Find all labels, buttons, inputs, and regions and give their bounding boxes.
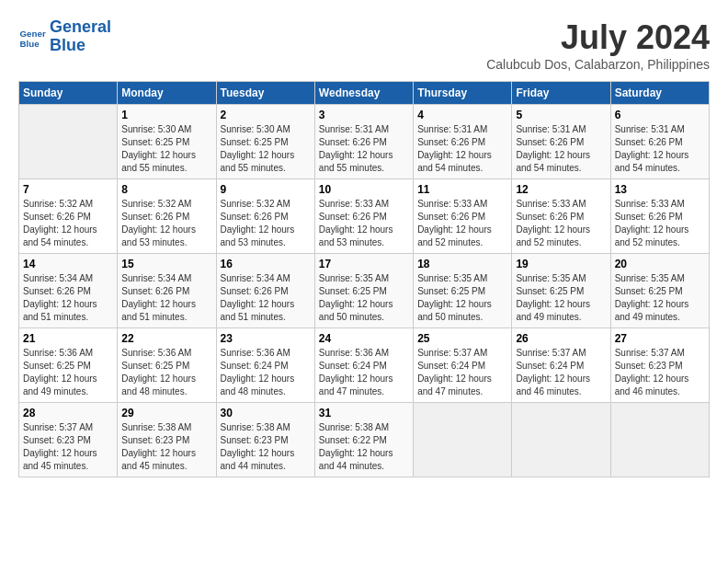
day-number: 31 (319, 407, 409, 419)
calendar-cell (19, 105, 118, 179)
svg-text:Blue: Blue (20, 38, 40, 48)
calendar-cell: 4Sunrise: 5:31 AMSunset: 6:26 PMDaylight… (414, 105, 512, 179)
day-number: 25 (417, 332, 507, 345)
day-number: 2 (221, 109, 311, 121)
calendar-header: Sunday Monday Tuesday Wednesday Thursday… (19, 82, 710, 105)
day-info: Sunrise: 5:35 AMSunset: 6:25 PMDaylight:… (615, 272, 705, 324)
calendar-cell: 15Sunrise: 5:34 AMSunset: 6:26 PMDayligh… (118, 254, 216, 328)
day-info: Sunrise: 5:31 AMSunset: 6:26 PMDaylight:… (319, 123, 409, 175)
day-info: Sunrise: 5:34 AMSunset: 6:26 PMDaylight:… (23, 272, 113, 324)
day-number: 12 (516, 183, 606, 196)
logo-text: General Blue (50, 18, 111, 55)
day-number: 24 (319, 332, 409, 345)
col-friday: Friday (512, 82, 610, 105)
day-number: 26 (516, 332, 606, 345)
col-sunday: Sunday (19, 82, 118, 105)
day-number: 11 (417, 183, 507, 196)
col-wednesday: Wednesday (314, 82, 413, 105)
logo-icon: General Blue (18, 23, 46, 51)
week-row-5: 28Sunrise: 5:37 AMSunset: 6:23 PMDayligh… (19, 403, 710, 477)
day-number: 1 (121, 109, 211, 121)
page-header: General Blue General Blue July 2024 Calu… (18, 18, 710, 72)
calendar-cell: 27Sunrise: 5:37 AMSunset: 6:23 PMDayligh… (610, 328, 709, 403)
week-row-1: 1Sunrise: 5:30 AMSunset: 6:25 PMDaylight… (19, 105, 710, 179)
day-number: 10 (319, 183, 409, 196)
calendar-cell: 26Sunrise: 5:37 AMSunset: 6:24 PMDayligh… (512, 328, 610, 403)
calendar-cell: 11Sunrise: 5:33 AMSunset: 6:26 PMDayligh… (414, 179, 512, 254)
day-number: 5 (516, 109, 606, 121)
calendar-cell: 23Sunrise: 5:36 AMSunset: 6:24 PMDayligh… (216, 328, 314, 403)
week-row-2: 7Sunrise: 5:32 AMSunset: 6:26 PMDaylight… (19, 179, 710, 254)
day-info: Sunrise: 5:38 AMSunset: 6:23 PMDaylight:… (121, 421, 211, 473)
calendar-cell: 13Sunrise: 5:33 AMSunset: 6:26 PMDayligh… (610, 179, 709, 254)
day-number: 18 (417, 258, 507, 270)
day-number: 30 (221, 407, 311, 419)
day-number: 3 (319, 109, 409, 121)
col-saturday: Saturday (610, 82, 709, 105)
month-title: July 2024 (486, 18, 710, 57)
calendar-cell: 14Sunrise: 5:34 AMSunset: 6:26 PMDayligh… (19, 254, 118, 328)
calendar-table: Sunday Monday Tuesday Wednesday Thursday… (18, 81, 710, 477)
day-number: 22 (121, 332, 211, 345)
day-number: 19 (516, 258, 606, 270)
day-number: 29 (121, 407, 211, 419)
day-number: 23 (221, 332, 311, 345)
calendar-cell: 31Sunrise: 5:38 AMSunset: 6:22 PMDayligh… (314, 403, 413, 477)
calendar-cell: 10Sunrise: 5:33 AMSunset: 6:26 PMDayligh… (314, 179, 413, 254)
day-info: Sunrise: 5:38 AMSunset: 6:22 PMDaylight:… (319, 421, 409, 473)
calendar-cell: 6Sunrise: 5:31 AMSunset: 6:26 PMDaylight… (610, 105, 709, 179)
day-info: Sunrise: 5:35 AMSunset: 6:25 PMDaylight:… (319, 272, 409, 324)
week-row-4: 21Sunrise: 5:36 AMSunset: 6:25 PMDayligh… (19, 328, 710, 403)
day-info: Sunrise: 5:36 AMSunset: 6:24 PMDaylight:… (221, 347, 311, 398)
svg-text:General: General (20, 29, 47, 39)
col-thursday: Thursday (414, 82, 512, 105)
calendar-cell: 8Sunrise: 5:32 AMSunset: 6:26 PMDaylight… (118, 179, 216, 254)
logo: General Blue General Blue (18, 18, 111, 55)
calendar-cell: 16Sunrise: 5:34 AMSunset: 6:26 PMDayligh… (216, 254, 314, 328)
calendar-body: 1Sunrise: 5:30 AMSunset: 6:25 PMDaylight… (19, 105, 710, 477)
day-info: Sunrise: 5:31 AMSunset: 6:26 PMDaylight:… (417, 123, 507, 175)
title-block: July 2024 Calubcub Dos, Calabarzon, Phil… (486, 18, 710, 72)
calendar-cell: 24Sunrise: 5:36 AMSunset: 6:24 PMDayligh… (314, 328, 413, 403)
day-info: Sunrise: 5:38 AMSunset: 6:23 PMDaylight:… (221, 421, 311, 473)
day-info: Sunrise: 5:35 AMSunset: 6:25 PMDaylight:… (516, 272, 606, 324)
calendar-cell: 29Sunrise: 5:38 AMSunset: 6:23 PMDayligh… (118, 403, 216, 477)
day-info: Sunrise: 5:31 AMSunset: 6:26 PMDaylight:… (516, 123, 606, 175)
week-row-3: 14Sunrise: 5:34 AMSunset: 6:26 PMDayligh… (19, 254, 710, 328)
calendar-cell: 25Sunrise: 5:37 AMSunset: 6:24 PMDayligh… (414, 328, 512, 403)
calendar-cell: 12Sunrise: 5:33 AMSunset: 6:26 PMDayligh… (512, 179, 610, 254)
day-number: 8 (121, 183, 211, 196)
location-title: Calubcub Dos, Calabarzon, Philippines (486, 57, 710, 72)
day-info: Sunrise: 5:31 AMSunset: 6:26 PMDaylight:… (615, 123, 705, 175)
day-info: Sunrise: 5:35 AMSunset: 6:25 PMDaylight:… (417, 272, 507, 324)
col-monday: Monday (118, 82, 216, 105)
day-info: Sunrise: 5:36 AMSunset: 6:25 PMDaylight:… (121, 347, 211, 398)
day-number: 4 (417, 109, 507, 121)
day-info: Sunrise: 5:30 AMSunset: 6:25 PMDaylight:… (221, 123, 311, 175)
day-info: Sunrise: 5:33 AMSunset: 6:26 PMDaylight:… (516, 198, 606, 249)
day-info: Sunrise: 5:34 AMSunset: 6:26 PMDaylight:… (221, 272, 311, 324)
day-info: Sunrise: 5:37 AMSunset: 6:23 PMDaylight:… (23, 421, 113, 473)
day-info: Sunrise: 5:33 AMSunset: 6:26 PMDaylight:… (417, 198, 507, 249)
calendar-cell: 22Sunrise: 5:36 AMSunset: 6:25 PMDayligh… (118, 328, 216, 403)
day-info: Sunrise: 5:36 AMSunset: 6:24 PMDaylight:… (319, 347, 409, 398)
day-info: Sunrise: 5:32 AMSunset: 6:26 PMDaylight:… (23, 198, 113, 249)
day-number: 13 (615, 183, 705, 196)
logo-line1: General (50, 17, 111, 36)
calendar-cell (414, 403, 512, 477)
calendar-cell: 17Sunrise: 5:35 AMSunset: 6:25 PMDayligh… (314, 254, 413, 328)
day-info: Sunrise: 5:32 AMSunset: 6:26 PMDaylight:… (221, 198, 311, 249)
day-info: Sunrise: 5:37 AMSunset: 6:24 PMDaylight:… (417, 347, 507, 398)
calendar-cell: 20Sunrise: 5:35 AMSunset: 6:25 PMDayligh… (610, 254, 709, 328)
calendar-cell: 1Sunrise: 5:30 AMSunset: 6:25 PMDaylight… (118, 105, 216, 179)
day-number: 20 (615, 258, 705, 270)
calendar-cell: 3Sunrise: 5:31 AMSunset: 6:26 PMDaylight… (314, 105, 413, 179)
day-info: Sunrise: 5:36 AMSunset: 6:25 PMDaylight:… (23, 347, 113, 398)
calendar-cell: 9Sunrise: 5:32 AMSunset: 6:26 PMDaylight… (216, 179, 314, 254)
header-row: Sunday Monday Tuesday Wednesday Thursday… (19, 82, 710, 105)
day-info: Sunrise: 5:33 AMSunset: 6:26 PMDaylight:… (615, 198, 705, 249)
day-info: Sunrise: 5:37 AMSunset: 6:23 PMDaylight:… (615, 347, 705, 398)
calendar-cell: 30Sunrise: 5:38 AMSunset: 6:23 PMDayligh… (216, 403, 314, 477)
calendar-cell: 18Sunrise: 5:35 AMSunset: 6:25 PMDayligh… (414, 254, 512, 328)
calendar-cell: 28Sunrise: 5:37 AMSunset: 6:23 PMDayligh… (19, 403, 118, 477)
